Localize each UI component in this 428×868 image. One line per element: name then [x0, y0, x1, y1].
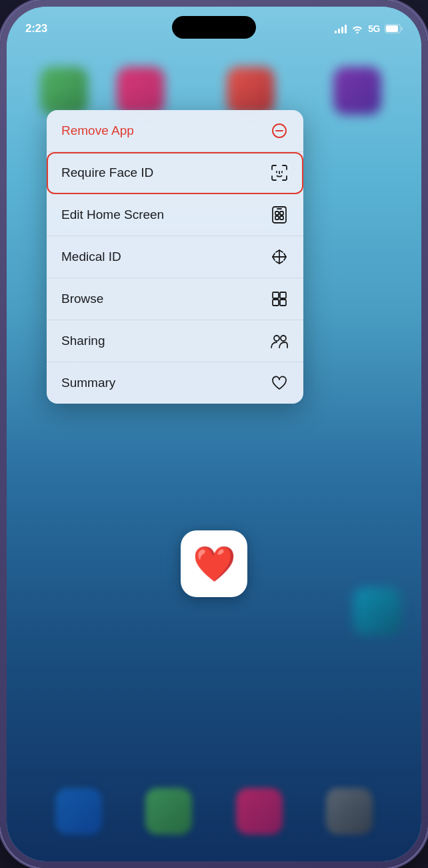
sharing-label: Sharing	[61, 334, 105, 348]
phone-screen-icon	[270, 205, 289, 224]
svg-point-16	[274, 336, 279, 341]
summary-label: Summary	[61, 376, 115, 390]
svg-rect-12	[273, 292, 279, 298]
dock-icon-1	[55, 788, 102, 835]
dock-icons	[7, 788, 421, 835]
svg-rect-9	[280, 211, 283, 215]
svg-rect-11	[280, 216, 283, 220]
menu-item-sharing[interactable]: Sharing	[47, 320, 303, 362]
svg-rect-15	[280, 300, 286, 306]
status-icons: 5G	[335, 23, 403, 34]
menu-item-edit-home-screen[interactable]: Edit Home Screen	[47, 194, 303, 236]
medical-id-label: Medical ID	[61, 250, 121, 264]
face-id-icon	[270, 163, 289, 182]
health-heart-emoji: ❤️	[193, 546, 236, 581]
health-app-icon[interactable]: ❤️	[181, 530, 247, 597]
edit-home-screen-label: Edit Home Screen	[61, 207, 164, 222]
svg-rect-14	[273, 300, 279, 306]
phone-screen: 2:23 5G	[7, 7, 421, 861]
menu-item-medical-id[interactable]: Medical ID	[47, 236, 303, 278]
grid-icon	[270, 290, 289, 308]
svg-rect-10	[275, 216, 279, 220]
require-face-id-label: Require Face ID	[61, 165, 153, 180]
context-menu: Remove App Require Face ID	[47, 110, 303, 404]
battery-icon	[385, 24, 403, 33]
menu-item-summary[interactable]: Summary	[47, 362, 303, 404]
phone-frame: 2:23 5G	[0, 0, 428, 868]
minus-circle-icon	[270, 121, 289, 140]
signal-icon	[335, 24, 347, 33]
network-badge: 5G	[368, 23, 380, 34]
wifi-icon	[351, 24, 363, 33]
people-icon	[270, 332, 289, 350]
svg-point-17	[281, 336, 286, 341]
svg-rect-1	[386, 25, 398, 32]
status-time: 2:23	[25, 22, 47, 35]
svg-rect-8	[275, 211, 279, 215]
dynamic-island	[172, 16, 256, 39]
svg-rect-13	[280, 292, 286, 298]
medical-cross-icon	[270, 248, 289, 266]
browse-label: Browse	[61, 292, 103, 306]
dock-icon-3	[236, 788, 283, 835]
dock-icon-4	[326, 788, 373, 835]
heart-outline-icon	[270, 374, 289, 392]
menu-item-remove-app[interactable]: Remove App	[47, 110, 303, 152]
dock-icon-2	[145, 788, 192, 835]
remove-app-label: Remove App	[61, 123, 134, 138]
menu-item-browse[interactable]: Browse	[47, 278, 303, 320]
menu-item-require-face-id[interactable]: Require Face ID	[47, 152, 303, 194]
